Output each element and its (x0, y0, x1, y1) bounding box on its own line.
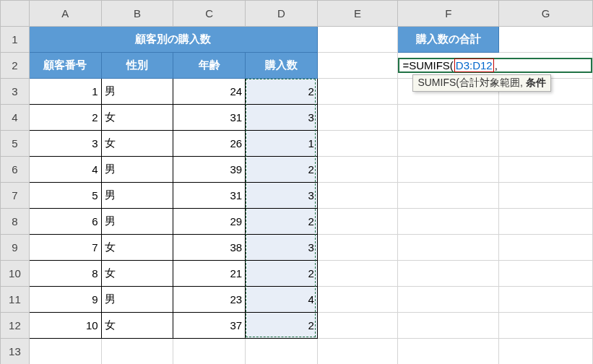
cell-G11[interactable] (499, 287, 593, 313)
cell-E9[interactable] (317, 235, 398, 261)
cell-D4[interactable]: 3 (246, 105, 318, 131)
cell-F5[interactable] (398, 131, 499, 157)
cell-D11[interactable]: 4 (246, 287, 318, 313)
cell-D5[interactable]: 1 (246, 131, 318, 157)
cell-F9[interactable] (398, 235, 499, 261)
cell-F11[interactable] (398, 287, 499, 313)
summary-title[interactable]: 購入数の合計 (398, 27, 499, 53)
cell-A13[interactable] (29, 339, 101, 365)
row-header-6[interactable]: 6 (1, 157, 30, 183)
cell-G4[interactable] (499, 105, 593, 131)
cell-C12[interactable]: 37 (173, 313, 246, 339)
row-header-10[interactable]: 10 (1, 261, 30, 287)
row-header-2[interactable]: 2 (1, 53, 30, 79)
cell-B11[interactable]: 男 (101, 287, 173, 313)
row-header-3[interactable]: 3 (1, 79, 30, 105)
row-header-1[interactable]: 1 (1, 27, 30, 53)
cell-C9[interactable]: 38 (173, 235, 246, 261)
cell-B4[interactable]: 女 (101, 105, 173, 131)
col-header-G[interactable]: G (499, 1, 593, 27)
row-header-8[interactable]: 8 (1, 209, 30, 235)
cell-D3[interactable]: 2 (246, 79, 318, 105)
cell-D13[interactable] (246, 339, 318, 365)
cell-C13[interactable] (173, 339, 246, 365)
cell-B10[interactable]: 女 (101, 261, 173, 287)
spreadsheet[interactable]: A B C D E F G 1 顧客別の購入数 購入数の合計 2 顧客番号 性別… (0, 0, 593, 364)
cell-F13[interactable] (398, 339, 499, 365)
cell-B7[interactable]: 男 (101, 183, 173, 209)
cell-C3[interactable]: 24 (173, 79, 246, 105)
cell-G9[interactable] (499, 235, 593, 261)
row-header-11[interactable]: 11 (1, 287, 30, 313)
cell-B5[interactable]: 女 (101, 131, 173, 157)
cell-A8[interactable]: 6 (29, 209, 101, 235)
cell-G7[interactable] (499, 183, 593, 209)
header-id[interactable]: 顧客番号 (29, 53, 101, 79)
cell-E11[interactable] (317, 287, 398, 313)
cell-E6[interactable] (317, 157, 398, 183)
header-age[interactable]: 年齢 (173, 53, 246, 79)
cell-B3[interactable]: 男 (101, 79, 173, 105)
cell-D10[interactable]: 2 (246, 261, 318, 287)
table-title[interactable]: 顧客別の購入数 (29, 27, 317, 53)
cell-B8[interactable]: 男 (101, 209, 173, 235)
cell-B13[interactable] (101, 339, 173, 365)
cell-B12[interactable]: 女 (101, 313, 173, 339)
cell-D7[interactable]: 3 (246, 183, 318, 209)
col-header-D[interactable]: D (246, 1, 318, 27)
cell-E5[interactable] (317, 131, 398, 157)
cell-G13[interactable] (499, 339, 593, 365)
cell-F6[interactable] (398, 157, 499, 183)
cell-G10[interactable] (499, 261, 593, 287)
grid[interactable]: A B C D E F G 1 顧客別の購入数 購入数の合計 2 顧客番号 性別… (0, 0, 593, 364)
cell-B6[interactable]: 男 (101, 157, 173, 183)
cell-E3[interactable] (317, 79, 398, 105)
cell-A12[interactable]: 10 (29, 313, 101, 339)
cell-E10[interactable] (317, 261, 398, 287)
cell-G6[interactable] (499, 157, 593, 183)
cell-A7[interactable]: 5 (29, 183, 101, 209)
cell-A4[interactable]: 2 (29, 105, 101, 131)
cell-G1[interactable] (499, 27, 593, 53)
cell-C7[interactable]: 31 (173, 183, 246, 209)
cell-A11[interactable]: 9 (29, 287, 101, 313)
cell-E2[interactable] (317, 53, 398, 79)
cell-E1[interactable] (317, 27, 398, 53)
header-qty[interactable]: 購入数 (246, 53, 318, 79)
cell-A10[interactable]: 8 (29, 261, 101, 287)
row-header-9[interactable]: 9 (1, 235, 30, 261)
cell-F10[interactable] (398, 261, 499, 287)
cell-G5[interactable] (499, 131, 593, 157)
cell-C11[interactable]: 23 (173, 287, 246, 313)
row-header-7[interactable]: 7 (1, 183, 30, 209)
cell-B9[interactable]: 女 (101, 235, 173, 261)
header-gender[interactable]: 性別 (101, 53, 173, 79)
cell-C6[interactable]: 39 (173, 157, 246, 183)
cell-G12[interactable] (499, 313, 593, 339)
select-all-corner[interactable] (1, 1, 30, 27)
cell-A9[interactable]: 7 (29, 235, 101, 261)
cell-C8[interactable]: 29 (173, 209, 246, 235)
cell-E12[interactable] (317, 313, 398, 339)
col-header-A[interactable]: A (29, 1, 101, 27)
cell-A5[interactable]: 3 (29, 131, 101, 157)
row-header-4[interactable]: 4 (1, 105, 30, 131)
cell-F7[interactable] (398, 183, 499, 209)
cell-D12[interactable]: 2 (246, 313, 318, 339)
cell-F8[interactable] (398, 209, 499, 235)
cell-E4[interactable] (317, 105, 398, 131)
row-header-12[interactable]: 12 (1, 313, 30, 339)
cell-C4[interactable]: 31 (173, 105, 246, 131)
cell-E8[interactable] (317, 209, 398, 235)
cell-E7[interactable] (317, 183, 398, 209)
cell-C10[interactable]: 21 (173, 261, 246, 287)
formula-editor[interactable]: =SUMIFS(D3:D12, (398, 58, 592, 73)
cell-F12[interactable] (398, 313, 499, 339)
cell-A3[interactable]: 1 (29, 79, 101, 105)
col-header-F[interactable]: F (398, 1, 499, 27)
cell-D8[interactable]: 2 (246, 209, 318, 235)
cell-A6[interactable]: 4 (29, 157, 101, 183)
cell-D6[interactable]: 2 (246, 157, 318, 183)
col-header-C[interactable]: C (173, 1, 246, 27)
row-header-5[interactable]: 5 (1, 131, 30, 157)
